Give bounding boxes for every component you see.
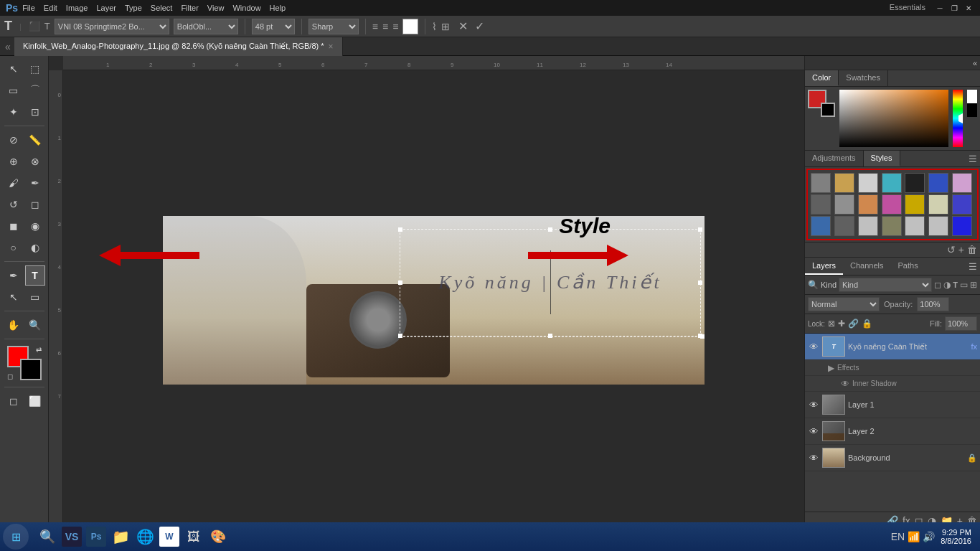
zoom-tool[interactable]: 🔍 <box>25 315 45 335</box>
effect-eye-icon[interactable]: 👁 <box>841 379 849 389</box>
tab-channels[interactable]: Channels <box>843 258 890 275</box>
style-swatch-8[interactable] <box>811 194 831 215</box>
background-color[interactable] <box>20 359 42 380</box>
align-left-icon[interactable]: ≡ <box>372 21 378 32</box>
patch-tool[interactable]: ⊗ <box>25 151 45 171</box>
style-swatch-7[interactable] <box>952 173 972 193</box>
menu-bar[interactable]: File Edit Image Layer Type Select Filter… <box>22 4 286 12</box>
taskbar-icon-store[interactable]: 🎨 <box>208 527 228 547</box>
layer-visibility-text[interactable]: 👁 <box>808 342 819 352</box>
style-swatch-6[interactable] <box>928 173 948 193</box>
wb-strip[interactable] <box>967 90 977 117</box>
style-swatch-13[interactable] <box>928 194 948 215</box>
filter-icon-pixel[interactable]: ◻ <box>934 280 941 290</box>
filter-icon-adjust[interactable]: ◑ <box>943 280 951 290</box>
lock-all-icon[interactable]: 🔒 <box>862 319 872 329</box>
tab-swatches[interactable]: Swatches <box>839 70 888 86</box>
menu-help[interactable]: Help <box>270 4 286 12</box>
minimize-button[interactable]: ─ <box>934 3 946 13</box>
taskbar-icon-photos[interactable]: 🖼 <box>184 527 204 547</box>
adj-icon-delete[interactable]: 🗑 <box>967 244 977 255</box>
menu-view[interactable]: View <box>207 4 225 12</box>
layers-options[interactable]: ☰ <box>966 258 980 275</box>
crop-tool[interactable]: ⊡ <box>25 102 45 122</box>
panels-icon[interactable]: ⊞ <box>441 21 450 32</box>
gradient-tool[interactable]: ◼ <box>4 216 24 236</box>
menu-filter[interactable]: Filter <box>181 4 198 12</box>
tab-styles[interactable]: Styles <box>864 151 900 166</box>
style-swatch-12[interactable] <box>905 194 925 215</box>
layers-options-icon[interactable]: ☰ <box>969 261 977 272</box>
font-family-select[interactable]: VNI 08 Springtime2 Bo... <box>55 19 169 34</box>
style-swatch-18[interactable] <box>882 216 902 236</box>
shape-tool[interactable]: ▭ <box>25 287 45 307</box>
fill-input[interactable] <box>945 316 977 331</box>
layer-item-text[interactable]: 👁 T Kyõ naêng Caàn Thiết fx <box>805 334 980 360</box>
hand-tool[interactable]: ✋ <box>4 315 24 335</box>
tab-adjustments[interactable]: Adjustments <box>805 151 864 166</box>
font-size-select[interactable]: 48 pt <box>252 19 295 34</box>
filter-icon-smart[interactable]: ⊞ <box>970 280 977 290</box>
taskbar-clock[interactable]: 9:29 PM 8/8/2016 <box>941 528 971 545</box>
style-swatch-1[interactable] <box>811 173 831 193</box>
lasso-tool[interactable]: ⌒ <box>25 80 45 100</box>
filter-icon-shape[interactable]: ▭ <box>960 280 968 290</box>
quick-mask-btn[interactable]: ◻ <box>4 391 24 411</box>
artboard-tool[interactable]: ⬚ <box>25 59 45 79</box>
menu-image[interactable]: Image <box>66 4 88 12</box>
menu-file[interactable]: File <box>22 4 35 12</box>
taskbar-icon-chrome[interactable]: 🌐 <box>135 527 155 547</box>
commit-icon[interactable]: ✓ <box>475 19 484 33</box>
taskbar-icon-search[interactable]: 🔍 <box>37 527 57 547</box>
tab-close-button[interactable]: × <box>329 42 334 52</box>
menu-select[interactable]: Select <box>151 4 173 12</box>
bg-color-chip[interactable] <box>821 103 835 117</box>
style-swatch-2[interactable] <box>834 173 854 193</box>
align-right-icon[interactable]: ≡ <box>392 21 398 32</box>
adj-icon-cycle[interactable]: ↺ <box>947 244 956 255</box>
adj-panel-options[interactable]: ☰ <box>966 151 980 166</box>
type-tool[interactable]: T <box>25 265 45 286</box>
style-swatch-4[interactable] <box>882 173 902 193</box>
taskbar-icon-folder[interactable]: 📁 <box>110 527 131 547</box>
color-spectrum[interactable] <box>953 90 963 147</box>
layer-item-background[interactable]: 👁 Background 🔒 <box>805 445 980 471</box>
blur-tool[interactable]: ◉ <box>25 216 45 236</box>
style-swatch-14[interactable] <box>952 194 972 215</box>
tab-color[interactable]: Color <box>805 70 839 86</box>
adj-options-icon[interactable]: ☰ <box>969 154 977 164</box>
panel-collapse-left[interactable]: « <box>1 37 14 56</box>
taskbar-icon-ps[interactable]: Ps <box>86 527 106 547</box>
ruler-tool[interactable]: 📏 <box>25 130 45 150</box>
start-button[interactable]: ⊞ <box>3 524 29 550</box>
style-swatch-11[interactable] <box>882 194 902 215</box>
dodge-tool[interactable]: ○ <box>4 237 24 258</box>
swap-colors-icon[interactable]: ⇄ <box>36 346 42 354</box>
layer-item-1[interactable]: 👁 Layer 1 <box>805 392 980 418</box>
layer-fx-badge[interactable]: fx <box>971 342 977 351</box>
lock-artboards-icon[interactable]: 🔗 <box>848 319 859 329</box>
opacity-input[interactable] <box>917 297 949 311</box>
lock-position-icon[interactable]: ✚ <box>838 319 845 329</box>
restore-button[interactable]: ❐ <box>948 3 960 13</box>
close-button[interactable]: ✕ <box>963 3 974 13</box>
brush-tool[interactable]: 🖌 <box>4 173 24 193</box>
style-swatch-21[interactable] <box>952 216 972 236</box>
healing-tool[interactable]: ⊕ <box>4 151 24 171</box>
reset-colors-icon[interactable]: ◻ <box>7 372 13 380</box>
burn-tool[interactable]: ◐ <box>25 237 45 258</box>
tab-paths[interactable]: Paths <box>891 258 925 275</box>
tab-layers[interactable]: Layers <box>805 258 843 275</box>
style-swatch-17[interactable] <box>858 216 878 236</box>
panel-collapse-button[interactable]: « <box>805 56 980 70</box>
style-swatch-16[interactable] <box>834 216 854 236</box>
warp-text-icon[interactable]: ⌇ <box>432 21 437 32</box>
screen-mode-btn[interactable]: ⬜ <box>25 391 45 411</box>
pen-tool[interactable]: ✒ <box>4 265 24 286</box>
history-brush-tool[interactable]: ↺ <box>4 194 24 215</box>
align-center-icon[interactable]: ≡ <box>382 21 388 32</box>
cancel-icon[interactable]: ✕ <box>458 19 468 33</box>
path-select-tool[interactable]: ↖ <box>4 287 24 307</box>
move-tool[interactable]: ↖ <box>4 59 24 79</box>
blend-mode-select[interactable]: Normal <box>808 297 880 311</box>
